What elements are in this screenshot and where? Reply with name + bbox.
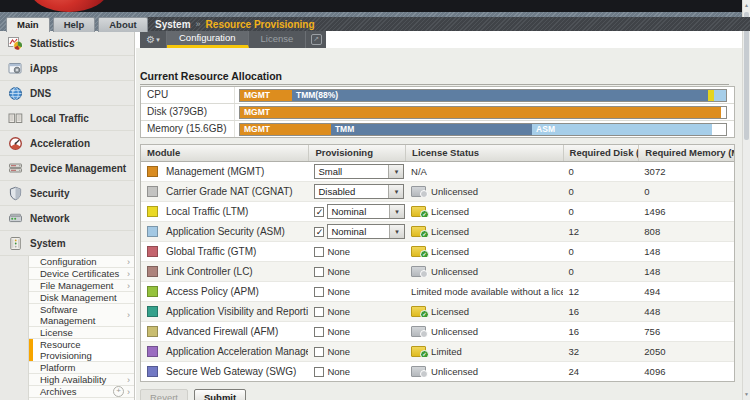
module-table-header: ModuleProvisioningLicense StatusRequired… bbox=[141, 145, 734, 162]
sidebar-item-local-traffic[interactable]: Local Traffic bbox=[0, 106, 134, 131]
bigip-resource-provisioning-screen: MainHelpAbout System » Resource Provisio… bbox=[0, 0, 750, 400]
provisioning-select[interactable]: Disabled▾ bbox=[314, 184, 404, 199]
scrollbar-thumb[interactable] bbox=[744, 12, 749, 140]
required-memory-cell: 808 bbox=[638, 226, 734, 237]
provisioning-cell: None bbox=[308, 246, 405, 257]
bar-segment-tmm: TMM(88%) bbox=[292, 90, 708, 101]
provisioning-select-value: Disabled bbox=[315, 186, 388, 197]
sidebar-item-security[interactable]: Security bbox=[0, 181, 134, 206]
scroll-down-icon[interactable]: ▼ bbox=[743, 390, 750, 399]
submenu-item-label: Software Management bbox=[40, 304, 127, 326]
bar-segment-label: MGMT bbox=[240, 90, 292, 101]
sidebar-item-system[interactable]: System bbox=[0, 231, 134, 256]
provisioning-value-label: None bbox=[327, 286, 350, 297]
bar-segment-tmm: TMM bbox=[331, 124, 532, 135]
required-disk-cell: 0 bbox=[563, 186, 639, 197]
provisioning-value-label: None bbox=[327, 266, 350, 277]
module-color-swatch bbox=[147, 346, 158, 357]
submenu-item-platform[interactable]: Platform bbox=[29, 362, 134, 374]
sidebar-item-statistics[interactable]: Statistics bbox=[0, 31, 134, 56]
expand-plus-icon[interactable]: + bbox=[113, 386, 124, 397]
submenu-item-high-availability[interactable]: High Availability› bbox=[29, 374, 134, 386]
provisioning-checkbox[interactable] bbox=[314, 347, 324, 357]
submenu-item-resource-provisioning[interactable]: Resource Provisioning bbox=[29, 339, 134, 362]
unlicensed-icon bbox=[411, 326, 426, 337]
breadcrumb-section[interactable]: System bbox=[155, 19, 191, 30]
provisioning-checkbox[interactable] bbox=[314, 287, 324, 297]
license-status-cell: Licensed bbox=[405, 306, 562, 317]
sidebar-system-submenu: Configuration›Device Certificates›File M… bbox=[28, 256, 134, 400]
provisioning-value-label: None bbox=[327, 346, 350, 357]
submenu-item-device-certificates[interactable]: Device Certificates› bbox=[29, 268, 134, 280]
vertical-scrollbar[interactable]: ▲ ▼ bbox=[742, 0, 750, 400]
sidebar-item-dns[interactable]: DNS bbox=[0, 81, 134, 106]
maximize-button[interactable]: ↗ bbox=[306, 31, 326, 48]
license-status-cell: Limited mode available without a license bbox=[405, 286, 562, 297]
provisioning-select[interactable]: Small▾ bbox=[314, 164, 404, 179]
scroll-up-icon[interactable]: ▲ bbox=[743, 1, 750, 10]
license-status-text: Licensed bbox=[431, 246, 469, 257]
submenu-item-file-management[interactable]: File Management› bbox=[29, 280, 134, 292]
module-color-swatch bbox=[147, 246, 158, 257]
top-black-bar bbox=[0, 0, 750, 12]
module-table: ModuleProvisioningLicense StatusRequired… bbox=[140, 144, 735, 382]
licensed-icon bbox=[411, 226, 426, 237]
provisioning-checkbox[interactable]: ✓ bbox=[314, 207, 324, 217]
sidebar-item-label: DNS bbox=[30, 88, 51, 99]
provisioning-select[interactable]: Nominal▾ bbox=[327, 224, 405, 239]
nav-tab-help[interactable]: Help bbox=[53, 17, 96, 32]
required-disk-cell: 0 bbox=[563, 246, 639, 257]
provisioning-cell: None bbox=[308, 266, 405, 277]
required-disk-cell: 16 bbox=[563, 306, 639, 317]
breadcrumb-page: Resource Provisioning bbox=[206, 19, 315, 30]
submenu-item-configuration[interactable]: Configuration› bbox=[29, 256, 134, 268]
resource-allocation-table: CPUMGMTTMM(88%)Disk (379GB)MGMTMemory (1… bbox=[140, 86, 735, 138]
module-label: Secure Web Gateway (SWG) bbox=[166, 366, 296, 377]
provisioning-checkbox[interactable]: ✓ bbox=[314, 227, 324, 237]
module-color-swatch bbox=[147, 206, 158, 217]
license-status-cell: Unlicensed bbox=[405, 326, 562, 337]
table-row-advanced-firewall-afm: Advanced Firewall (AFM)NoneUnlicensed167… bbox=[141, 322, 734, 342]
license-status-text: Unlicensed bbox=[431, 266, 478, 277]
submenu-item-disk-management[interactable]: Disk Management bbox=[29, 292, 134, 304]
required-disk-cell: 32 bbox=[563, 346, 639, 357]
select-dropdown-icon: ▾ bbox=[389, 225, 404, 238]
provisioning-select[interactable]: Nominal▾ bbox=[327, 204, 405, 219]
required-memory-cell: 148 bbox=[638, 246, 734, 257]
provisioning-checkbox[interactable] bbox=[314, 327, 324, 337]
license-status-text: Licensed bbox=[431, 206, 469, 217]
module-cell: Access Policy (APM) bbox=[141, 286, 308, 297]
license-status-cell: Licensed bbox=[405, 206, 562, 217]
sidebar-item-device-management[interactable]: Device Management bbox=[0, 156, 134, 181]
submenu-item-software-management[interactable]: Software Management› bbox=[29, 304, 134, 327]
sidebar-item-network[interactable]: Network bbox=[0, 206, 134, 231]
license-status-text: Licensed bbox=[431, 226, 469, 237]
module-label: Local Traffic (LTM) bbox=[166, 206, 248, 217]
unlicensed-icon bbox=[411, 186, 426, 197]
required-memory-cell: 448 bbox=[638, 306, 734, 317]
revert-button[interactable]: Revert bbox=[140, 389, 188, 400]
breadcrumb: System » Resource Provisioning bbox=[146, 17, 750, 31]
module-label: Management (MGMT) bbox=[166, 166, 264, 177]
sidebar-item-acceleration[interactable]: Acceleration bbox=[0, 131, 134, 156]
nav-tab-main[interactable]: Main bbox=[6, 17, 50, 32]
module-color-swatch bbox=[147, 186, 158, 197]
sidebar-item-iapps[interactable]: iApps bbox=[0, 56, 134, 81]
chevron-right-icon: › bbox=[127, 281, 130, 291]
gear-menu-button[interactable]: ⚙ ▾ bbox=[140, 31, 167, 48]
provisioning-checkbox[interactable] bbox=[314, 307, 324, 317]
submenu-item-license[interactable]: License bbox=[29, 327, 134, 339]
submit-button[interactable]: Submit bbox=[194, 389, 246, 400]
provisioning-checkbox[interactable] bbox=[314, 247, 324, 257]
tab-configuration[interactable]: Configuration bbox=[167, 31, 249, 48]
provisioning-checkbox[interactable] bbox=[314, 267, 324, 277]
provisioning-checkbox[interactable] bbox=[314, 367, 324, 377]
device-management-icon bbox=[8, 161, 23, 176]
nav-tab-about[interactable]: About bbox=[98, 17, 147, 32]
license-status-cell: Unlicensed bbox=[405, 266, 562, 277]
provisioning-cell: ✓Nominal▾ bbox=[308, 204, 405, 219]
tab-license[interactable]: License bbox=[249, 31, 307, 48]
submenu-item-archives[interactable]: Archives+› bbox=[29, 386, 134, 398]
f5-logo-icon[interactable] bbox=[30, 0, 108, 12]
license-status-text: Unlicensed bbox=[431, 326, 478, 337]
